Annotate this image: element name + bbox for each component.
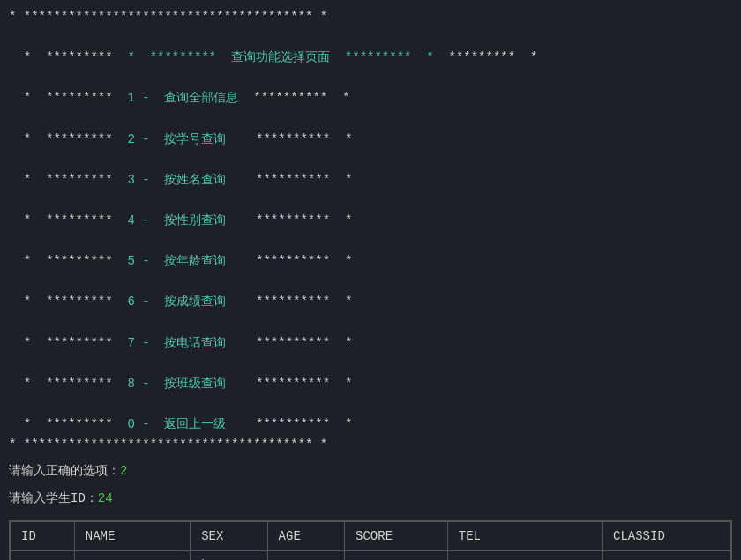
col-header-name: NAME xyxy=(74,522,190,551)
choice-label: 请输入正确的选项： xyxy=(9,464,120,478)
menu-title-text: * ********* 查询功能选择页面 ********* * xyxy=(127,50,433,64)
result-table-container: ID NAME SEX AGE SCORE TEL CLASSID 24 wan… xyxy=(9,520,732,560)
cell-classid: CLASS 2 xyxy=(603,551,731,560)
col-header-classid: CLASSID xyxy=(603,522,731,551)
menu-item-0: * ********* 0 - 返回上一级 ********** * xyxy=(9,394,732,435)
result-table: ID NAME SEX AGE SCORE TEL CLASSID 24 wan… xyxy=(10,521,731,560)
menu-border-bottom: * **************************************… xyxy=(9,435,732,455)
cell-name: wangWu xyxy=(74,551,190,560)
cell-sex: boy xyxy=(191,551,267,560)
menu-item-2: * ********* 2 - 按学号查询 ********** * xyxy=(9,108,732,149)
id-value: 24 xyxy=(98,491,113,505)
menu-item-6: * ********* 6 - 按成绩查询 ********** * xyxy=(9,272,732,312)
cell-age: 27 xyxy=(267,551,344,560)
menu-item-3: * ********* 3 - 按姓名查询 ********** * xyxy=(9,150,732,190)
id-prompt: 请输入学生ID：24 xyxy=(9,488,732,510)
cell-score: 100.0 xyxy=(345,551,448,560)
col-header-id: ID xyxy=(11,522,75,551)
menu-item-1: * ********* 1 - 查询全部信息 ********** * xyxy=(9,68,732,108)
col-header-sex: SEX xyxy=(191,522,267,551)
cell-tel: 121211212 xyxy=(447,551,602,560)
col-header-age: AGE xyxy=(267,522,344,551)
menu-title: * ********* * ********* 查询功能选择页面 *******… xyxy=(9,27,732,68)
menu-item-5: * ********* 5 - 按年龄查询 ********** * xyxy=(9,231,732,272)
cell-id: 24 xyxy=(11,551,75,560)
id-label: 请输入学生ID： xyxy=(9,491,98,505)
menu-border-top: * **************************************… xyxy=(9,7,732,27)
col-header-tel: TEL xyxy=(447,522,602,551)
menu-item-4: * ********* 4 - 按性别查询 ********** * xyxy=(9,190,732,231)
choice-prompt: 请输入正确的选项：2 xyxy=(9,460,732,482)
col-header-score: SCORE xyxy=(345,522,448,551)
table-header-row: ID NAME SEX AGE SCORE TEL CLASSID xyxy=(11,522,731,551)
menu-item-8: * ********* 8 - 按班级查询 ********** * xyxy=(9,354,732,394)
table-row: 24 wangWu boy 27 100.0 121211212 CLASS 2 xyxy=(11,551,731,560)
menu-item-7: * ********* 7 - 按电话查询 ********** * xyxy=(9,312,732,353)
choice-value: 2 xyxy=(120,464,127,478)
